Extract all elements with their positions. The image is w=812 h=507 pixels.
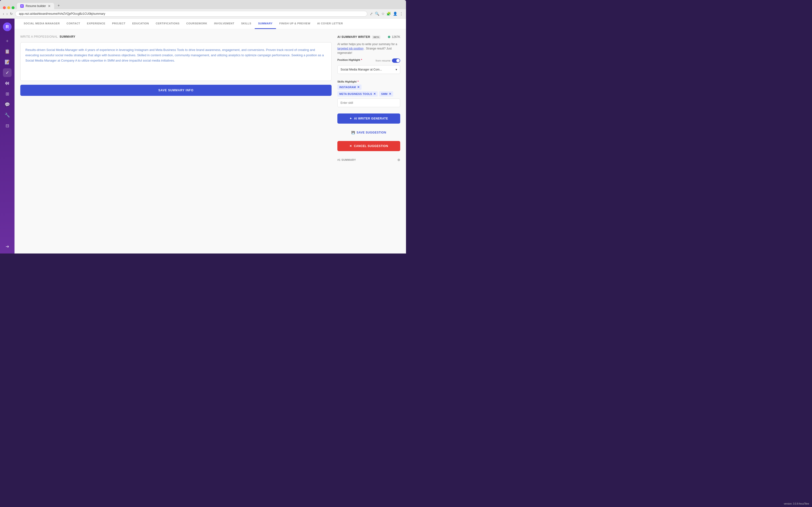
text-editor[interactable]: Results-driven Social Media Manager with…	[20, 42, 332, 81]
tab-title: Resume builder	[26, 4, 46, 8]
tab-coursework[interactable]: COURSEWORK	[183, 18, 211, 29]
sidebar: R ＋ 📋 📝 ✓ ⊞ 💬 🔧 ⊟ ➜	[0, 18, 14, 253]
save-suggestion-icon: 💾	[351, 131, 355, 134]
chevron-down-icon: ▾	[396, 68, 397, 71]
skill-tag-smm: SMM ✕	[379, 91, 393, 97]
tab-finish-up-preview[interactable]: FINISH UP & PREVIEW	[276, 18, 314, 29]
app-container: R ＋ 📋 📝 ✓ ⊞ 💬 🔧 ⊟ ➜ SOCIAL MEDIA MANAGER…	[0, 18, 406, 253]
skills-tags: INSTAGRAM ✕ META BUSINESS TOOLS ✕ SMM ✕	[337, 84, 400, 97]
browser-chrome: R Resume builder ✕ + ‹ › ↻ app.rezi.ai/d…	[0, 0, 406, 18]
tab-skills[interactable]: SKILLS	[238, 18, 255, 29]
external-link-icon[interactable]: ⤤	[370, 12, 373, 16]
svg-rect-4	[7, 82, 8, 84]
cancel-suggestion-button[interactable]: ✕ CANCEL SUGGESTION	[337, 141, 400, 151]
tab-certifications[interactable]: CERTIFICATIONS	[152, 18, 183, 29]
tab-social-media-manager[interactable]: SOCIAL MEDIA MANAGER	[20, 18, 63, 29]
skill-instagram-remove[interactable]: ✕	[357, 86, 360, 89]
section-prefix: WRITE A PROFESSIONAL	[20, 35, 58, 38]
skill-meta-remove[interactable]: ✕	[373, 92, 376, 96]
nav-tabs: SOCIAL MEDIA MANAGER CONTACT EXPERIENCE …	[14, 18, 406, 29]
search-icon[interactable]: 🔍	[375, 12, 379, 16]
ai-writer-label: AI SUMMARY WRITER	[337, 35, 370, 39]
position-dropdown[interactable]: Social Media Manager at Com... ▾	[337, 65, 400, 74]
extensions-icon[interactable]: 🧩	[387, 12, 391, 16]
skills-required-star: *	[357, 80, 358, 83]
save-suggestion-button[interactable]: 💾 SAVE SUGGESTION	[337, 129, 400, 136]
back-button[interactable]: ‹	[3, 12, 4, 16]
skill-smm-label: SMM	[381, 93, 388, 95]
generate-label: AI WRITER GENERATE	[354, 117, 388, 120]
position-highlight-section: Position Highlight * from resume Social …	[337, 58, 400, 77]
skill-meta-label: META BUSINESS TOOLS	[339, 93, 372, 95]
sidebar-item-audio[interactable]	[3, 79, 12, 88]
sidebar-item-doc[interactable]: 📋	[3, 47, 12, 56]
summary-section: #1 SUMMARY ⊕	[337, 158, 400, 162]
tab-ai-cover-letter[interactable]: AI COVER LETTER	[314, 18, 346, 29]
skills-highlight-section: Skills Highlight * INSTAGRAM ✕ META BUSI…	[337, 80, 400, 110]
ai-panel-header: AI SUMMARY WRITER BETA 1267K	[337, 35, 400, 39]
traffic-lights	[3, 6, 14, 9]
position-highlight-label: Position Highlight *	[337, 58, 362, 61]
cancel-icon: ✕	[349, 145, 352, 148]
browser-actions: ⤤ 🔍 ☆ 🧩 👤 ⋮	[370, 12, 403, 16]
fullscreen-window-button[interactable]	[12, 6, 14, 9]
tab-education[interactable]: EDUCATION	[129, 18, 152, 29]
skill-instagram-label: INSTAGRAM	[339, 86, 356, 89]
from-resume-toggle[interactable]	[392, 58, 400, 63]
skill-smm-remove[interactable]: ✕	[389, 92, 391, 96]
sidebar-item-logout[interactable]: ➜	[3, 242, 12, 251]
tab-close-button[interactable]: ✕	[48, 4, 51, 8]
ai-description: AI writer helps you to write your summar…	[337, 42, 400, 55]
summary-text: Results-driven Social Media Manager with…	[26, 47, 326, 63]
main-content: SOCIAL MEDIA MANAGER CONTACT EXPERIENCE …	[14, 18, 406, 253]
svg-rect-2	[5, 82, 6, 84]
save-summary-button[interactable]: SAVE SUMMARY INFO	[20, 85, 332, 96]
menu-icon[interactable]: ⋮	[400, 12, 403, 16]
bookmark-icon[interactable]: ☆	[382, 12, 385, 16]
section-highlight: SUMMARY	[60, 35, 75, 38]
editor-section: WRITE A PROFESSIONAL SUMMARY Results-dri…	[20, 35, 332, 249]
token-dot-icon	[388, 36, 390, 38]
tab-contact[interactable]: CONTACT	[63, 18, 83, 29]
svg-rect-5	[8, 82, 9, 85]
profile-icon[interactable]: 👤	[393, 12, 398, 16]
address-bar: ‹ › ↻ app.rezi.ai/dashboard/resume/hVeZV…	[0, 9, 406, 18]
tab-summary[interactable]: SUMMARY	[255, 18, 276, 29]
skill-input[interactable]	[337, 99, 400, 107]
tab-involvement[interactable]: INVOLVEMENT	[211, 18, 238, 29]
tab-favicon: R	[20, 4, 24, 8]
position-required-star: *	[361, 58, 362, 61]
ai-writer-label-group: AI SUMMARY WRITER BETA	[337, 35, 380, 39]
sidebar-item-tool[interactable]: 🔧	[3, 111, 12, 119]
skills-highlight-label: Skills Highlight *	[337, 80, 400, 83]
sidebar-item-chat[interactable]: 💬	[3, 100, 12, 109]
sidebar-item-list[interactable]: 📝	[3, 58, 12, 66]
targeted-job-position-link[interactable]: targeted job position	[337, 47, 363, 50]
reload-button[interactable]: ↻	[10, 12, 13, 16]
tab-project[interactable]: PROJECT	[109, 18, 129, 29]
sidebar-item-grid[interactable]: ⊞	[3, 90, 12, 98]
ai-panel: AI SUMMARY WRITER BETA 1267K AI writer h…	[337, 35, 400, 249]
active-tab[interactable]: R Resume builder ✕	[17, 3, 54, 9]
copy-icon[interactable]: ⊕	[397, 158, 400, 162]
sidebar-item-stack[interactable]: ⊟	[3, 121, 12, 130]
url-field[interactable]: app.rezi.ai/dashboard/resume/hVeZVQpPOcc…	[15, 11, 367, 17]
sidebar-item-check[interactable]: ✓	[3, 68, 12, 77]
section-header: WRITE A PROFESSIONAL SUMMARY	[20, 35, 332, 38]
cancel-label: CANCEL SUGGESTION	[354, 145, 388, 148]
token-count: 1267K	[388, 35, 400, 39]
tab-experience[interactable]: EXPERIENCE	[84, 18, 109, 29]
new-tab-button[interactable]: +	[55, 2, 62, 9]
sidebar-item-add[interactable]: ＋	[3, 37, 12, 45]
forward-button[interactable]: ›	[6, 12, 8, 16]
svg-rect-3	[6, 81, 7, 85]
minimize-window-button[interactable]	[7, 6, 10, 9]
app-logo[interactable]: R	[3, 22, 12, 31]
url-text: app.rezi.ai/dashboard/resume/hVeZVQpPOcc…	[19, 12, 105, 15]
token-value: 1267K	[392, 35, 400, 39]
ai-writer-generate-button[interactable]: ✦ AI WRITER GENERATE	[337, 113, 400, 124]
skill-tag-instagram: INSTAGRAM ✕	[337, 84, 361, 90]
save-suggestion-label: SAVE SUGGESTION	[356, 131, 386, 134]
close-window-button[interactable]	[3, 6, 6, 9]
tab-bar: R Resume builder ✕ +	[0, 0, 406, 9]
